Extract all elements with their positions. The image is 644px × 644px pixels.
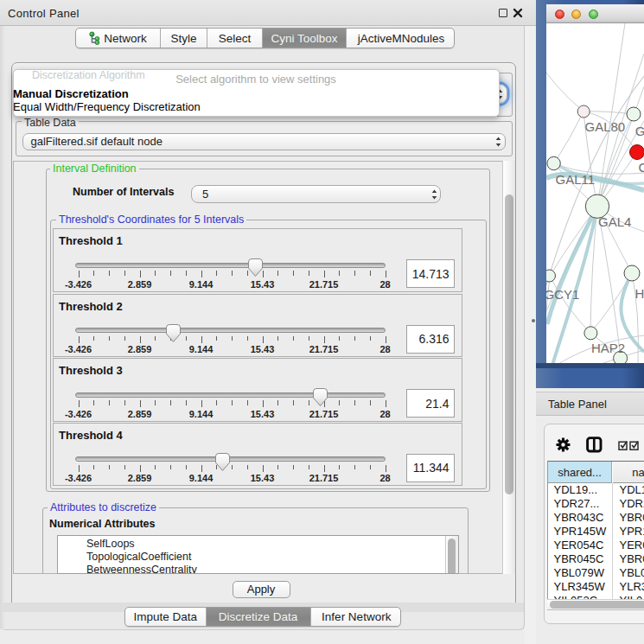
svg-text:GAL11: GAL11 bbox=[556, 172, 596, 187]
svg-text:H: H bbox=[635, 286, 644, 301]
svg-text:GCY1: GCY1 bbox=[545, 287, 580, 302]
svg-text:GA: GA bbox=[635, 124, 644, 138]
svg-text:HAP2: HAP2 bbox=[591, 341, 625, 355]
svg-text:GAL4: GAL4 bbox=[598, 214, 631, 229]
svg-text:GAL80: GAL80 bbox=[585, 119, 626, 134]
svg-text:C: C bbox=[639, 160, 644, 175]
